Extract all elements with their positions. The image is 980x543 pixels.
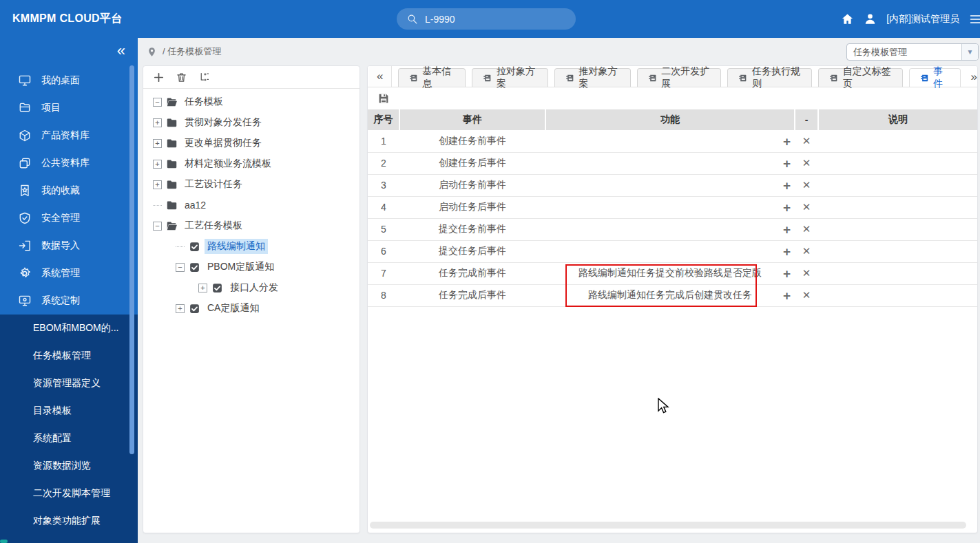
tree-expander[interactable]: − <box>176 263 185 272</box>
sidebar-item[interactable]: 系统定制 <box>0 287 138 315</box>
sidebar-item[interactable]: 项目 <box>0 94 138 122</box>
cross-icon[interactable]: ✕ <box>802 245 811 257</box>
add-node-icon[interactable] <box>153 72 165 83</box>
plus-icon[interactable]: + <box>783 179 791 192</box>
tree-node[interactable]: + 接口人分发 <box>143 277 359 298</box>
tabs-collapse-button[interactable]: « <box>369 66 392 87</box>
table-row: 4 启动任务后事件 + ✕ <box>368 196 977 218</box>
sidebar-submenu-item[interactable]: 系统配置 <box>0 425 138 452</box>
sidebar-submenu-item[interactable]: 任务模板管理 <box>0 342 138 370</box>
tree-expander[interactable]: + <box>153 139 162 148</box>
tree-node[interactable]: + 更改单据贯彻任务 <box>143 133 359 153</box>
tree-node[interactable]: + 工艺设计任务 <box>143 174 359 195</box>
tab-doc-icon <box>409 73 418 83</box>
tree-node-label[interactable]: 材料定额业务流模板 <box>182 156 274 171</box>
module-selector[interactable]: 任务模板管理 ▼ <box>846 43 979 61</box>
sidebar-item[interactable]: 我的收藏 <box>0 177 138 204</box>
order-nodes-icon[interactable] <box>198 72 210 83</box>
tree-node-label[interactable]: 路线编制通知 <box>205 239 268 254</box>
cell-function: + <box>545 174 795 196</box>
tree-expander[interactable]: + <box>198 284 207 292</box>
cross-icon[interactable]: ✕ <box>802 223 811 235</box>
cross-icon[interactable]: ✕ <box>802 157 811 169</box>
sidebar-scrollbar[interactable] <box>129 65 134 454</box>
cross-icon[interactable]: ✕ <box>802 179 811 191</box>
tree-node[interactable]: 路线编制通知 <box>143 236 359 257</box>
tree-node[interactable]: + 贯彻对象分发任务 <box>143 112 359 133</box>
tree-node-label[interactable]: 任务模板 <box>182 94 226 109</box>
cell-no: 4 <box>368 196 399 218</box>
tree-expander[interactable]: + <box>153 180 162 189</box>
search-input[interactable] <box>425 14 542 25</box>
tree-node[interactable]: − 工艺任务模板 <box>143 215 359 236</box>
tab[interactable]: 事件 <box>909 68 961 87</box>
tree-node-label[interactable]: 贯彻对象分发任务 <box>182 115 264 130</box>
tree-expander[interactable]: + <box>153 160 162 169</box>
sidebar-submenu-item-label: 系统配置 <box>33 432 72 445</box>
tree-expander[interactable]: + <box>153 118 162 127</box>
tab[interactable]: 任务执行规则 <box>727 68 812 87</box>
user-icon[interactable] <box>864 12 877 25</box>
save-icon[interactable] <box>377 92 390 105</box>
sidebar-item-label: 系统定制 <box>41 295 80 307</box>
tree-node-label[interactable]: 更改单据贯彻任务 <box>182 136 264 151</box>
hamburger-menu-icon[interactable] <box>969 12 980 26</box>
sidebar-item[interactable]: 安全管理 <box>0 204 138 232</box>
sidebar-collapse-button[interactable]: « <box>117 43 125 58</box>
tree-node[interactable]: + 材料定额业务流模板 <box>143 153 359 174</box>
sidebar-item[interactable]: 产品资料库 <box>0 122 138 149</box>
sidebar-item[interactable]: 数据导入 <box>0 232 138 259</box>
chevron-down-icon[interactable]: ▼ <box>961 44 978 60</box>
tree-node-label[interactable]: PBOM定版通知 <box>205 259 277 275</box>
plus-icon[interactable]: + <box>783 267 791 280</box>
sidebar-item[interactable]: 公共资料库 <box>0 149 138 177</box>
sidebar-hscrollbar[interactable] <box>0 540 8 543</box>
plus-icon[interactable]: + <box>783 201 791 214</box>
sidebar-submenu-item[interactable]: 对象类功能扩展 <box>0 507 138 535</box>
sidebar-item[interactable]: 我的桌面 <box>0 67 138 94</box>
template-tree: − 任务模板 + 贯彻对象分发任务 + 更改单据贯彻任务 + 材料定额业务流模板… <box>143 89 359 319</box>
cell-function: + <box>545 152 795 174</box>
tree-node-label[interactable]: 接口人分发 <box>227 280 281 295</box>
tab[interactable]: 推对象方案 <box>554 68 631 87</box>
column-header-function: 功能 <box>545 109 795 130</box>
tree-node-label[interactable]: CA定版通知 <box>205 301 262 316</box>
sidebar-submenu-item[interactable]: 资源数据浏览 <box>0 452 138 480</box>
cross-icon[interactable]: ✕ <box>802 201 811 213</box>
cell-event: 启动任务前事件 <box>399 174 545 196</box>
cross-icon[interactable]: ✕ <box>802 289 811 301</box>
tree-node[interactable]: − PBOM定版通知 <box>143 257 359 277</box>
system-manage-icon <box>18 266 32 280</box>
tree-node[interactable]: + CA定版通知 <box>143 298 359 319</box>
tree-node-label[interactable]: aa12 <box>182 198 209 212</box>
global-search[interactable] <box>397 8 576 30</box>
column-header-no: 序号 <box>368 109 399 130</box>
plus-icon[interactable]: + <box>783 157 791 170</box>
tab[interactable]: 拉对象方案 <box>472 68 548 87</box>
cross-icon[interactable]: ✕ <box>802 267 811 279</box>
table-hscrollbar[interactable] <box>370 522 966 529</box>
plus-icon[interactable]: + <box>783 223 791 236</box>
tree-expander[interactable]: − <box>153 222 162 231</box>
tree-node-label[interactable]: 工艺任务模板 <box>182 218 245 233</box>
tab[interactable]: 自定义标签页 <box>818 68 903 87</box>
home-icon[interactable] <box>841 12 854 25</box>
cross-icon[interactable]: ✕ <box>802 135 811 147</box>
tree-node[interactable]: − 任务模板 <box>143 92 359 112</box>
plus-icon[interactable]: + <box>783 134 791 147</box>
tabs-more-button[interactable]: » <box>971 70 977 87</box>
plus-icon[interactable]: + <box>783 245 791 258</box>
tab[interactable]: 基本信息 <box>398 68 466 87</box>
sidebar-item[interactable]: 系统管理 <box>0 259 138 287</box>
tree-node[interactable]: aa12 <box>143 195 359 215</box>
tree-expander[interactable]: − <box>153 98 162 107</box>
sidebar-submenu-item[interactable]: EBOM和MBOM的... <box>0 315 138 342</box>
sidebar-submenu-item[interactable]: 资源管理器定义 <box>0 370 138 397</box>
sidebar-submenu-item[interactable]: 二次开发脚本管理 <box>0 480 138 507</box>
sidebar-submenu-item[interactable]: 目录模板 <box>0 397 138 425</box>
tab[interactable]: 二次开发扩展 <box>637 68 722 87</box>
tree-expander[interactable]: + <box>176 304 185 313</box>
delete-node-icon[interactable] <box>176 72 187 83</box>
tree-node-label[interactable]: 工艺设计任务 <box>182 177 245 192</box>
plus-icon[interactable]: + <box>783 289 791 302</box>
